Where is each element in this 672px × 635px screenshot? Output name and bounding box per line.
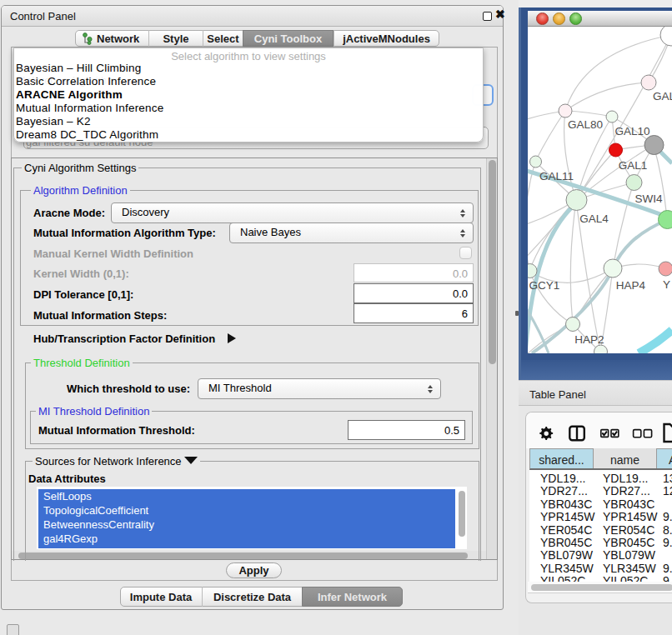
svg-text:GAL4: GAL4 xyxy=(579,212,609,225)
svg-text:SWI4: SWI4 xyxy=(634,192,662,205)
svg-text:GAL7: GAL7 xyxy=(653,90,672,102)
svg-text:GAL11: GAL11 xyxy=(539,170,574,182)
svg-text:GAL80: GAL80 xyxy=(568,118,603,131)
svg-text:GAL1: GAL1 xyxy=(619,159,648,172)
svg-text:HAP4: HAP4 xyxy=(616,279,646,292)
svg-text:GCY1: GCY1 xyxy=(529,279,560,292)
svg-text:GAL10: GAL10 xyxy=(614,125,649,138)
svg-text:Y: Y xyxy=(663,278,670,291)
svg-text:HAP2: HAP2 xyxy=(574,333,604,346)
